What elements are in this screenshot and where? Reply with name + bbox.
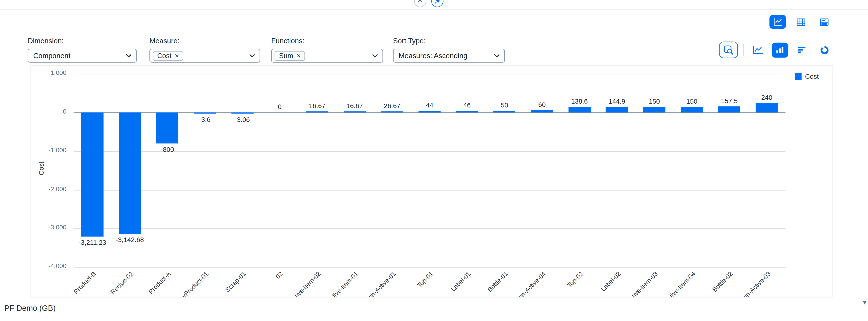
x-category-label[interactable]: Scrap-01 xyxy=(224,270,247,293)
donut-chart-icon xyxy=(819,45,829,55)
dimension-value: Component xyxy=(28,52,126,60)
bar[interactable] xyxy=(119,112,141,234)
x-category-label[interactable]: Product-A xyxy=(147,270,172,295)
grid-line xyxy=(74,190,785,190)
data-source-label: PF Demo (GB) xyxy=(4,303,56,313)
bar[interactable] xyxy=(381,111,403,112)
measure-multi-input[interactable]: Cost × xyxy=(149,49,260,63)
x-category-label[interactable]: Bottle-01 xyxy=(487,270,509,293)
line-chart-button[interactable] xyxy=(749,42,766,57)
legend-label: Cost xyxy=(805,72,819,80)
measure-filter: Measure: Cost × xyxy=(149,37,260,63)
bar[interactable] xyxy=(756,103,778,112)
donut-chart-button[interactable] xyxy=(816,42,833,57)
bar[interactable] xyxy=(194,112,216,114)
sort-type-select[interactable]: Measures: Ascending xyxy=(393,49,505,63)
grid-line xyxy=(74,267,785,268)
x-category-label[interactable]: on-Active-03 xyxy=(741,270,772,297)
x-category-label[interactable]: 02 xyxy=(275,270,284,280)
bar[interactable] xyxy=(531,110,553,112)
sort-type-value: Measures: Ascending xyxy=(394,52,494,60)
x-category-label[interactable]: on-Active-04 xyxy=(517,270,547,297)
x-category-label[interactable]: tive-Item-01 xyxy=(331,270,360,297)
chevron-down-icon xyxy=(372,54,378,58)
y-tick-label: -3,000 xyxy=(33,224,66,231)
y-axis: 1,0000-1,000-2,000-3,000-4,000 xyxy=(31,66,70,297)
chevron-up-icon xyxy=(417,0,423,4)
x-category-label[interactable]: on-Active-01 xyxy=(367,270,397,297)
plot-area: -3,211.23Product-B-3,142.68Recipe-02-800… xyxy=(74,66,785,297)
legend-swatch xyxy=(795,73,802,80)
pin-header-button[interactable] xyxy=(431,0,443,7)
remove-token-icon[interactable]: × xyxy=(297,52,301,59)
functions-filter: Functions: Sum × xyxy=(271,37,383,63)
scroll-down-icon[interactable]: ▾ xyxy=(863,299,866,306)
x-axis-line xyxy=(74,112,785,113)
x-category-label[interactable]: Bottle-02 xyxy=(711,270,734,293)
functions-token[interactable]: Sum × xyxy=(275,51,305,61)
x-category-label[interactable]: tive-Item-02 xyxy=(293,270,322,297)
bar[interactable] xyxy=(718,106,740,112)
table-view-button[interactable] xyxy=(793,15,809,29)
toolbar-separator xyxy=(743,43,744,56)
chevron-down-icon xyxy=(494,54,500,58)
chart-view-button[interactable] xyxy=(770,15,786,29)
functions-multi-input[interactable]: Sum × xyxy=(271,49,383,63)
bar[interactable] xyxy=(418,111,440,113)
chart-panel: Cost Cost 1,0000-1,000-2,000-3,000-4,000… xyxy=(31,65,833,297)
bar[interactable] xyxy=(156,112,178,143)
view-switcher xyxy=(770,15,833,29)
table-view-icon xyxy=(797,18,805,26)
chart-legend[interactable]: Cost xyxy=(795,72,819,80)
page: Dimension: Component Measure: Cost × Fun… xyxy=(0,0,868,321)
x-category-label[interactable]: yProduct-01 xyxy=(181,270,210,297)
bar[interactable] xyxy=(643,107,665,112)
bar[interactable] xyxy=(344,111,366,112)
y-tick-label: -1,000 xyxy=(33,147,66,153)
remove-token-icon[interactable]: × xyxy=(175,52,179,59)
collapse-header-button[interactable] xyxy=(414,0,426,7)
bar[interactable] xyxy=(606,107,628,112)
bar-chart-button[interactable] xyxy=(772,42,788,57)
bar[interactable] xyxy=(81,112,103,237)
x-category-label[interactable]: tive-Item-04 xyxy=(668,270,697,297)
bar-value-label: -3.06 xyxy=(217,116,267,123)
bar[interactable] xyxy=(681,107,703,112)
y-tick-label: -2,000 xyxy=(33,185,66,192)
x-category-label[interactable]: Label-02 xyxy=(599,270,622,292)
y-tick-label: 1,000 xyxy=(33,69,66,76)
x-category-label[interactable]: Product-B xyxy=(72,270,97,295)
bar-chart-icon xyxy=(776,46,784,54)
pin-icon xyxy=(434,0,440,4)
x-category-label[interactable]: tive-Item-03 xyxy=(631,270,659,297)
y-tick-label: -4,000 xyxy=(33,263,66,269)
dimension-select[interactable]: Component xyxy=(28,49,136,63)
dimension-filter: Dimension: Component xyxy=(28,37,136,63)
x-category-label[interactable]: Top-02 xyxy=(566,270,584,289)
zoom-select-button[interactable] xyxy=(719,41,738,58)
grid-line xyxy=(74,229,785,229)
functions-token-label: Sum xyxy=(279,52,293,59)
bar[interactable] xyxy=(568,107,590,112)
sort-type-filter: Sort Type: Measures: Ascending xyxy=(393,37,505,63)
bar-value-label: 240 xyxy=(742,94,792,101)
chart-toolbar xyxy=(719,41,833,58)
bar[interactable] xyxy=(231,112,253,114)
horizontal-bar-chart-icon xyxy=(798,46,807,54)
chevron-down-icon xyxy=(249,54,255,58)
measure-token[interactable]: Cost × xyxy=(153,51,183,61)
chevron-down-icon xyxy=(126,54,132,58)
sort-type-label: Sort Type: xyxy=(393,37,505,45)
x-category-label[interactable]: Top-01 xyxy=(416,270,434,289)
chart-table-view-button[interactable] xyxy=(816,15,833,29)
bar[interactable] xyxy=(456,111,478,112)
bar-value-label: -3,142.68 xyxy=(105,236,155,244)
horizontal-bar-chart-button[interactable] xyxy=(794,42,810,57)
bar[interactable] xyxy=(306,111,328,112)
header-divider xyxy=(0,9,868,10)
line-chart-icon xyxy=(752,46,763,54)
bar[interactable] xyxy=(493,111,516,113)
x-category-label[interactable]: Label-01 xyxy=(450,270,472,292)
y-tick-label: 0 xyxy=(33,108,66,115)
x-category-label[interactable]: Recipe-02 xyxy=(110,270,135,296)
